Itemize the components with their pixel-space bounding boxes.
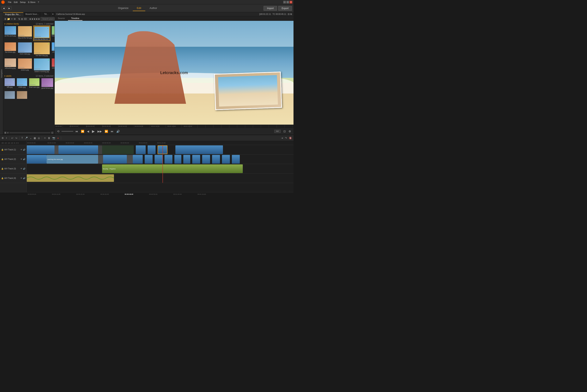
volume-button[interactable]: 🔊 bbox=[116, 129, 121, 133]
eye-icon-av3[interactable]: 👁 bbox=[21, 168, 23, 170]
clip-av2-10[interactable] bbox=[192, 155, 200, 164]
folder-icon[interactable]: 📁 bbox=[7, 18, 10, 20]
import-button[interactable]: Import bbox=[264, 6, 277, 11]
clip-av2-11[interactable] bbox=[202, 155, 210, 164]
import-media-icon[interactable]: ⊕ bbox=[4, 18, 6, 20]
thumb-fun-times[interactable]: ★★★★★ fun-times.jpg bbox=[4, 42, 17, 57]
play-forward-button[interactable]: ▶▶ bbox=[97, 129, 103, 133]
group-collapse-icon[interactable]: ▾ bbox=[4, 23, 5, 25]
scene-detect-icon[interactable]: ✂ bbox=[11, 18, 13, 20]
skip-start-button[interactable]: ⏮ bbox=[75, 129, 79, 133]
navigation-side-tab[interactable]: Navigation bbox=[0, 12, 3, 135]
clip-av2-1[interactable] bbox=[27, 155, 47, 164]
prev-frame-button[interactable]: ⏪ bbox=[80, 129, 85, 133]
clip-av2-6[interactable] bbox=[155, 155, 163, 164]
export-button[interactable]: Export bbox=[278, 6, 292, 11]
clip-av2-4[interactable] bbox=[133, 155, 143, 164]
audio-icon-av1[interactable]: 🔊 bbox=[23, 148, 25, 151]
tab-nav-btn[interactable]: ▸ bbox=[52, 12, 55, 16]
audio-icon-av4[interactable]: 🔊 bbox=[23, 177, 25, 179]
thumb-final-race[interactable]: ✓ ★★★★★ final-race.jpg bbox=[29, 78, 40, 90]
thumb-chillin[interactable]: ✓ ★★★★★ chillin.jpg bbox=[16, 78, 28, 90]
thumb-windy-day[interactable]: ✓ ★★★★★ windy-day.jpg bbox=[51, 58, 55, 73]
3d-icon[interactable]: 3D bbox=[24, 18, 27, 20]
record-btn[interactable]: ● bbox=[57, 136, 59, 140]
clip-av1-7[interactable] bbox=[175, 146, 223, 154]
thumb-partial2[interactable] bbox=[16, 90, 28, 100]
thumb-bffs[interactable]: ✓ ★★★★★ bffs.jpg bbox=[4, 78, 16, 90]
eye-icon-av1[interactable]: 👁 bbox=[21, 148, 23, 151]
window-close[interactable]: ✕ bbox=[290, 1, 292, 4]
clip-av1-3[interactable] bbox=[102, 146, 134, 154]
mode-author[interactable]: Author bbox=[146, 5, 161, 11]
pip-button[interactable]: PiP bbox=[274, 130, 281, 133]
delete-btn[interactable]: 🗑 bbox=[48, 136, 51, 140]
view-icon[interactable]: ⊞ bbox=[21, 18, 23, 20]
clip-av2-13[interactable] bbox=[222, 155, 230, 164]
snapshot-btn[interactable]: 📷 bbox=[52, 136, 56, 140]
tab-timeline-preview[interactable]: Timeline bbox=[68, 16, 83, 20]
audio-adj-btn[interactable]: ↷ bbox=[285, 136, 287, 140]
timeline-add-track-btn[interactable]: + bbox=[5, 136, 8, 140]
thumb-at-the-pool[interactable]: ✓ ★★★★★ at-the-pool.jpg bbox=[4, 26, 17, 41]
clip-av1-6[interactable] bbox=[158, 146, 168, 154]
volume-slider[interactable] bbox=[62, 131, 73, 132]
skip-end-button[interactable]: ⏭ bbox=[110, 129, 114, 133]
clip-av2-5[interactable] bbox=[145, 155, 153, 164]
group-collapse-icon2[interactable]: ▾ bbox=[4, 75, 5, 77]
grid-view-button[interactable]: ⊞ bbox=[4, 131, 6, 134]
audio-icon-av3[interactable]: 🔊 bbox=[23, 168, 25, 170]
expand-icon[interactable]: ⊡ bbox=[283, 129, 287, 133]
play-button[interactable]: ▶ bbox=[91, 129, 96, 134]
loop-button[interactable]: ⟲ bbox=[56, 129, 60, 133]
clip-av2-12[interactable] bbox=[212, 155, 220, 164]
next-frame-button[interactable]: ⏩ bbox=[104, 129, 109, 133]
thumb-partial1[interactable] bbox=[4, 90, 16, 100]
tab-project-bin[interactable]: Project Bin: Pinnacle Stu... ✕ bbox=[3, 12, 23, 16]
redo-btn[interactable]: ↪ bbox=[15, 136, 18, 140]
clip-av1-4[interactable] bbox=[136, 146, 146, 154]
audio-mixer-btn[interactable]: ⇥ bbox=[281, 136, 283, 140]
expand-button[interactable]: ⊡ bbox=[51, 131, 53, 134]
settings-icon[interactable]: ⚙ bbox=[14, 18, 16, 20]
clip-av1-2[interactable] bbox=[59, 146, 98, 154]
thumb-good-times[interactable]: ✓ ★★★★★ good-times.jpg bbox=[41, 78, 54, 90]
window-maximize[interactable]: □ bbox=[286, 1, 289, 4]
clip-av2-8[interactable] bbox=[174, 155, 181, 164]
eye-icon-av4[interactable]: 👁 bbox=[21, 177, 23, 179]
clip-av4-1[interactable] bbox=[27, 174, 114, 182]
thumb-mom-dad[interactable]: ✓ ★★★★★ mom-dad.jpg bbox=[18, 42, 33, 57]
menu-file[interactable]: File bbox=[8, 1, 12, 3]
nav-back[interactable]: ◀ bbox=[2, 6, 6, 10]
mute-btn[interactable]: 🔇 bbox=[289, 136, 292, 140]
timeline-settings-btn[interactable]: ⚙ bbox=[1, 136, 4, 140]
thumb-first-one-in[interactable]: ✓ ★★★★★ first-one-in.jpg bbox=[51, 26, 55, 41]
title-btn[interactable]: T bbox=[21, 136, 23, 140]
lock-icon-av1[interactable]: 🔒 bbox=[1, 148, 4, 151]
motion-btn[interactable]: ⌄ bbox=[29, 136, 32, 140]
maximize-preview-icon[interactable]: ⊡ bbox=[288, 13, 290, 16]
clip-av2-3[interactable] bbox=[103, 155, 127, 164]
settings-icon2[interactable]: ⚙ bbox=[288, 129, 292, 133]
tab-muserk[interactable]: Muserk Sound Effects: (all) bbox=[23, 12, 42, 16]
audio-icon-av2[interactable]: 🔊 bbox=[23, 158, 25, 160]
list-view-button[interactable]: ≡ bbox=[7, 131, 9, 134]
mode-edit[interactable]: Edit bbox=[133, 5, 145, 11]
nav-forward[interactable]: ▶ bbox=[7, 6, 12, 10]
narration-btn[interactable]: 🎤 bbox=[24, 136, 28, 140]
zoom-btn[interactable]: ◎ bbox=[38, 136, 40, 140]
clip-av2-2[interactable]: catching-the-wave.jpg bbox=[47, 155, 98, 164]
lock-icon-av2[interactable]: 🔒 bbox=[1, 158, 4, 160]
thumb-first-day[interactable]: ✓ ★★★★★ first-day-at-the-oc... bbox=[33, 26, 50, 41]
sort-icon[interactable]: ⇅ bbox=[18, 18, 20, 20]
menu-estore[interactable]: E-Store bbox=[28, 1, 35, 3]
clip-av1-1[interactable] bbox=[27, 146, 55, 154]
menu-help[interactable]: ? bbox=[38, 1, 39, 3]
grid-btn[interactable]: ▦ bbox=[33, 136, 36, 140]
thumb-day-at-fair[interactable]: ✓ ★★★★★ day-at-the-fair.jpg bbox=[18, 26, 33, 41]
thumb-our-last-day[interactable]: ✓ ★★★★★ our-last-day.jpg bbox=[33, 42, 50, 57]
menu-edit[interactable]: Edit bbox=[14, 1, 18, 3]
eye-icon-av2[interactable]: 👁 bbox=[21, 158, 23, 160]
cut-btn[interactable]: ✂ bbox=[44, 136, 46, 140]
detach-icon[interactable]: ⧉ bbox=[290, 13, 292, 16]
